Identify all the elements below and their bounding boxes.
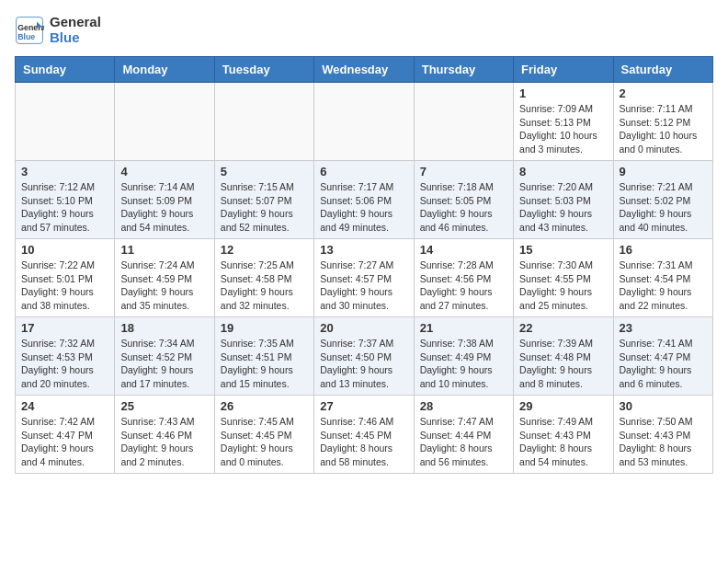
calendar-cell bbox=[414, 83, 513, 161]
day-info: Sunrise: 7:49 AM Sunset: 4:43 PM Dayligh… bbox=[519, 415, 607, 469]
day-info: Sunrise: 7:24 AM Sunset: 4:59 PM Dayligh… bbox=[120, 259, 208, 313]
day-info: Sunrise: 7:39 AM Sunset: 4:48 PM Dayligh… bbox=[519, 337, 607, 391]
weekday-header-thursday: Thursday bbox=[414, 57, 513, 83]
calendar-cell: 13Sunrise: 7:27 AM Sunset: 4:57 PM Dayli… bbox=[314, 239, 414, 317]
day-info: Sunrise: 7:28 AM Sunset: 4:56 PM Dayligh… bbox=[420, 259, 507, 313]
day-info: Sunrise: 7:09 AM Sunset: 5:13 PM Dayligh… bbox=[519, 102, 607, 156]
day-number: 24 bbox=[21, 399, 108, 413]
calendar-cell: 15Sunrise: 7:30 AM Sunset: 4:55 PM Dayli… bbox=[514, 239, 613, 317]
day-info: Sunrise: 7:35 AM Sunset: 4:51 PM Dayligh… bbox=[221, 337, 308, 391]
calendar-table: SundayMondayTuesdayWednesdayThursdayFrid… bbox=[15, 56, 713, 474]
day-info: Sunrise: 7:15 AM Sunset: 5:07 PM Dayligh… bbox=[221, 180, 308, 235]
day-info: Sunrise: 7:18 AM Sunset: 5:05 PM Dayligh… bbox=[420, 180, 507, 235]
day-number: 12 bbox=[221, 243, 308, 257]
week-row-2: 3Sunrise: 7:12 AM Sunset: 5:10 PM Daylig… bbox=[16, 161, 713, 239]
day-info: Sunrise: 7:42 AM Sunset: 4:47 PM Dayligh… bbox=[21, 415, 108, 469]
weekday-header-tuesday: Tuesday bbox=[214, 57, 313, 83]
day-number: 21 bbox=[420, 321, 507, 335]
calendar-cell: 20Sunrise: 7:37 AM Sunset: 4:50 PM Dayli… bbox=[314, 317, 414, 396]
calendar-cell: 23Sunrise: 7:41 AM Sunset: 4:47 PM Dayli… bbox=[613, 317, 712, 396]
calendar-cell: 8Sunrise: 7:20 AM Sunset: 5:03 PM Daylig… bbox=[514, 161, 613, 239]
calendar-cell: 25Sunrise: 7:43 AM Sunset: 4:46 PM Dayli… bbox=[115, 396, 214, 474]
calendar-cell: 16Sunrise: 7:31 AM Sunset: 4:54 PM Dayli… bbox=[613, 239, 712, 317]
day-number: 17 bbox=[21, 321, 108, 335]
calendar-cell: 6Sunrise: 7:17 AM Sunset: 5:06 PM Daylig… bbox=[314, 161, 414, 239]
day-info: Sunrise: 7:12 AM Sunset: 5:10 PM Dayligh… bbox=[21, 180, 108, 235]
week-row-1: 1Sunrise: 7:09 AM Sunset: 5:13 PM Daylig… bbox=[16, 83, 713, 161]
day-number: 13 bbox=[320, 243, 407, 257]
day-info: Sunrise: 7:21 AM Sunset: 5:02 PM Dayligh… bbox=[620, 180, 707, 235]
calendar-cell: 27Sunrise: 7:46 AM Sunset: 4:45 PM Dayli… bbox=[314, 396, 414, 474]
calendar-cell: 30Sunrise: 7:50 AM Sunset: 4:43 PM Dayli… bbox=[613, 396, 712, 474]
calendar-cell bbox=[214, 83, 313, 161]
calendar-cell: 9Sunrise: 7:21 AM Sunset: 5:02 PM Daylig… bbox=[613, 161, 712, 239]
calendar-cell: 3Sunrise: 7:12 AM Sunset: 5:10 PM Daylig… bbox=[16, 161, 115, 239]
calendar-cell: 18Sunrise: 7:34 AM Sunset: 4:52 PM Dayli… bbox=[115, 317, 214, 396]
calendar-cell bbox=[115, 83, 214, 161]
day-number: 5 bbox=[221, 165, 308, 178]
calendar-cell: 19Sunrise: 7:35 AM Sunset: 4:51 PM Dayli… bbox=[214, 317, 313, 396]
calendar-cell: 24Sunrise: 7:42 AM Sunset: 4:47 PM Dayli… bbox=[16, 396, 115, 474]
weekday-header-wednesday: Wednesday bbox=[314, 57, 414, 83]
calendar-cell bbox=[314, 83, 414, 161]
calendar-cell: 12Sunrise: 7:25 AM Sunset: 4:58 PM Dayli… bbox=[214, 239, 313, 317]
day-info: Sunrise: 7:32 AM Sunset: 4:53 PM Dayligh… bbox=[21, 337, 108, 391]
day-info: Sunrise: 7:14 AM Sunset: 5:09 PM Dayligh… bbox=[120, 180, 208, 235]
day-number: 2 bbox=[620, 86, 707, 100]
day-number: 26 bbox=[221, 399, 308, 413]
calendar-cell: 29Sunrise: 7:49 AM Sunset: 4:43 PM Dayli… bbox=[514, 396, 613, 474]
weekday-header-row: SundayMondayTuesdayWednesdayThursdayFrid… bbox=[16, 57, 713, 83]
calendar-header: SundayMondayTuesdayWednesdayThursdayFrid… bbox=[16, 57, 713, 83]
week-row-3: 10Sunrise: 7:22 AM Sunset: 5:01 PM Dayli… bbox=[16, 239, 713, 317]
day-number: 16 bbox=[620, 243, 707, 257]
day-number: 28 bbox=[420, 399, 507, 413]
day-number: 7 bbox=[420, 165, 507, 178]
day-info: Sunrise: 7:46 AM Sunset: 4:45 PM Dayligh… bbox=[320, 415, 407, 469]
svg-text:General: General bbox=[17, 23, 44, 32]
day-number: 27 bbox=[320, 399, 407, 413]
day-number: 11 bbox=[120, 243, 208, 257]
calendar-cell: 7Sunrise: 7:18 AM Sunset: 5:05 PM Daylig… bbox=[414, 161, 513, 239]
calendar-cell bbox=[16, 83, 115, 161]
calendar-cell: 11Sunrise: 7:24 AM Sunset: 4:59 PM Dayli… bbox=[115, 239, 214, 317]
day-info: Sunrise: 7:20 AM Sunset: 5:03 PM Dayligh… bbox=[519, 180, 607, 235]
calendar-cell: 4Sunrise: 7:14 AM Sunset: 5:09 PM Daylig… bbox=[115, 161, 214, 239]
calendar-cell: 5Sunrise: 7:15 AM Sunset: 5:07 PM Daylig… bbox=[214, 161, 313, 239]
day-number: 19 bbox=[221, 321, 308, 335]
calendar-cell: 22Sunrise: 7:39 AM Sunset: 4:48 PM Dayli… bbox=[514, 317, 613, 396]
calendar-cell: 26Sunrise: 7:45 AM Sunset: 4:45 PM Dayli… bbox=[214, 396, 313, 474]
day-info: Sunrise: 7:34 AM Sunset: 4:52 PM Dayligh… bbox=[120, 337, 208, 391]
week-row-4: 17Sunrise: 7:32 AM Sunset: 4:53 PM Dayli… bbox=[16, 317, 713, 396]
day-number: 22 bbox=[519, 321, 607, 335]
page-header: General Blue General Blue bbox=[15, 15, 713, 45]
day-info: Sunrise: 7:30 AM Sunset: 4:55 PM Dayligh… bbox=[519, 259, 607, 313]
calendar-cell: 21Sunrise: 7:38 AM Sunset: 4:49 PM Dayli… bbox=[414, 317, 513, 396]
day-number: 10 bbox=[21, 243, 108, 257]
day-number: 23 bbox=[620, 321, 707, 335]
logo-icon: General Blue bbox=[15, 16, 44, 45]
day-number: 29 bbox=[519, 399, 607, 413]
logo-text: General Blue bbox=[50, 15, 101, 45]
calendar-cell: 2Sunrise: 7:11 AM Sunset: 5:12 PM Daylig… bbox=[613, 83, 712, 161]
day-info: Sunrise: 7:50 AM Sunset: 4:43 PM Dayligh… bbox=[620, 415, 707, 469]
svg-text:Blue: Blue bbox=[17, 31, 35, 40]
calendar-body: 1Sunrise: 7:09 AM Sunset: 5:13 PM Daylig… bbox=[16, 83, 713, 474]
day-info: Sunrise: 7:17 AM Sunset: 5:06 PM Dayligh… bbox=[320, 180, 407, 235]
day-number: 15 bbox=[519, 243, 607, 257]
weekday-header-saturday: Saturday bbox=[613, 57, 712, 83]
day-number: 4 bbox=[120, 165, 208, 178]
day-info: Sunrise: 7:25 AM Sunset: 4:58 PM Dayligh… bbox=[221, 259, 308, 313]
weekday-header-friday: Friday bbox=[514, 57, 613, 83]
day-info: Sunrise: 7:47 AM Sunset: 4:44 PM Dayligh… bbox=[420, 415, 507, 469]
day-info: Sunrise: 7:43 AM Sunset: 4:46 PM Dayligh… bbox=[120, 415, 208, 469]
calendar-cell: 10Sunrise: 7:22 AM Sunset: 5:01 PM Dayli… bbox=[16, 239, 115, 317]
day-number: 1 bbox=[519, 86, 607, 100]
day-number: 14 bbox=[420, 243, 507, 257]
day-info: Sunrise: 7:27 AM Sunset: 4:57 PM Dayligh… bbox=[320, 259, 407, 313]
calendar-cell: 28Sunrise: 7:47 AM Sunset: 4:44 PM Dayli… bbox=[414, 396, 513, 474]
day-number: 25 bbox=[120, 399, 208, 413]
day-info: Sunrise: 7:37 AM Sunset: 4:50 PM Dayligh… bbox=[320, 337, 407, 391]
day-number: 9 bbox=[620, 165, 707, 178]
weekday-header-monday: Monday bbox=[115, 57, 214, 83]
calendar-cell: 14Sunrise: 7:28 AM Sunset: 4:56 PM Dayli… bbox=[414, 239, 513, 317]
